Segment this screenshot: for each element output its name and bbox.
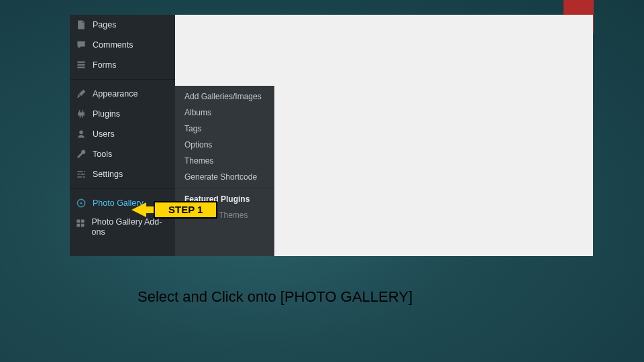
submenu-item-themes[interactable]: Themes	[175, 153, 274, 169]
submenu-item-options[interactable]: Options	[175, 137, 274, 153]
sidebar-item-label: Settings	[93, 170, 123, 179]
addons-icon	[75, 217, 86, 229]
brush-icon	[75, 88, 87, 100]
sidebar-item-tools[interactable]: Tools	[70, 144, 175, 164]
svg-point-1	[80, 202, 82, 204]
gallery-icon	[75, 197, 87, 209]
submenu-item-generate-shortcode[interactable]: Generate Shortcode	[175, 169, 274, 185]
sidebar-item-label: Comments	[93, 40, 133, 50]
sidebar-item-label: Photo Gallery Add-ons	[91, 217, 168, 237]
user-icon	[75, 128, 87, 140]
screenshot-panel: Pages Comments Forms Appearance Pl	[70, 15, 593, 256]
sliders-icon	[75, 168, 87, 180]
submenu-item-albums[interactable]: Albums	[175, 105, 274, 121]
sidebar-item-users[interactable]: Users	[70, 124, 175, 144]
sidebar-separator	[70, 79, 175, 80]
content-area	[274, 15, 593, 256]
step-label: STEP 1	[168, 204, 203, 215]
wrench-icon	[75, 148, 87, 160]
sidebar-item-forms[interactable]: Forms	[70, 55, 175, 75]
admin-sidebar: Pages Comments Forms Appearance Pl	[70, 15, 175, 256]
sidebar-item-appearance[interactable]: Appearance	[70, 84, 175, 104]
submenu-item-tags[interactable]: Tags	[175, 121, 274, 137]
sidebar-item-label: Tools	[93, 149, 112, 159]
sidebar-item-plugins[interactable]: Plugins	[70, 104, 175, 124]
arrow-left-icon	[131, 202, 146, 217]
instruction-text: Select and Click onto [PHOTO GALLERY]	[138, 288, 413, 306]
sidebar-item-label: Appearance	[93, 89, 138, 99]
sidebar-item-label: Pages	[93, 20, 116, 29]
sidebar-item-pages[interactable]: Pages	[70, 15, 175, 35]
plug-icon	[75, 108, 87, 120]
step-label-box: STEP 1	[154, 201, 217, 219]
sidebar-item-settings[interactable]: Settings	[70, 164, 175, 184]
submenu-item-add-galleries[interactable]: Add Galleries/Images	[175, 88, 274, 105]
sidebar-item-label: Forms	[93, 60, 116, 70]
sidebar-item-label: Users	[93, 129, 115, 139]
sidebar-separator	[70, 188, 175, 189]
page-icon	[75, 19, 87, 31]
submenu-separator	[175, 188, 274, 188]
form-icon	[75, 59, 87, 71]
sidebar-item-comments[interactable]: Comments	[70, 35, 175, 55]
step-callout: STEP 1	[131, 201, 217, 219]
sidebar-item-label: Plugins	[93, 109, 120, 119]
comment-icon	[75, 39, 87, 51]
submenu-photo-gallery: Add Galleries/Images Albums Tags Options…	[175, 86, 274, 256]
